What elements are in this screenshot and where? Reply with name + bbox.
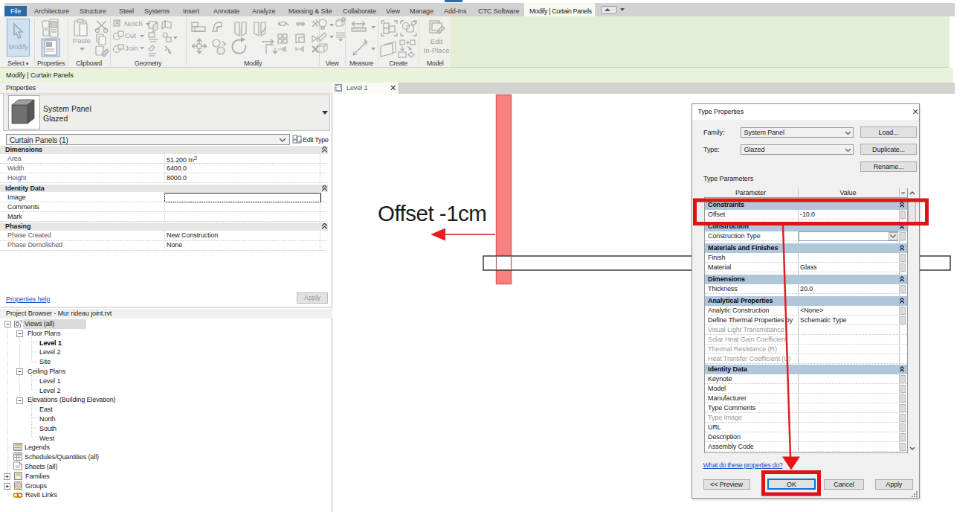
svg-text:In-Place: In-Place <box>424 46 450 54</box>
svg-text:Paste: Paste <box>73 36 91 45</box>
svg-text:Cut: Cut <box>125 31 136 39</box>
svg-text:Offset -1cm: Offset -1cm <box>378 201 486 225</box>
svg-text:Edit: Edit <box>431 37 443 45</box>
svg-text:Join: Join <box>125 44 138 52</box>
svg-text:Notch: Notch <box>124 19 143 28</box>
